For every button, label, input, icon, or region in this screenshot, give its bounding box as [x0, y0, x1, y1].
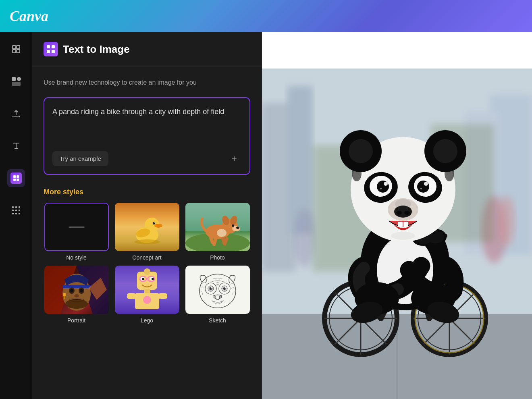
svg-rect-7 — [13, 175, 16, 178]
svg-point-38 — [236, 227, 239, 229]
svg-point-26 — [154, 224, 162, 228]
svg-rect-15 — [15, 210, 17, 211]
svg-rect-1 — [17, 46, 20, 49]
style-thumbnail-lego — [115, 266, 179, 314]
style-item-sketch[interactable]: Sketch — [185, 266, 250, 324]
panel-header: Text to Image — [32, 32, 262, 66]
panel-title: Text to Image — [63, 43, 130, 56]
svg-point-147 — [380, 188, 382, 189]
svg-rect-9 — [13, 179, 16, 181]
svg-point-152 — [396, 211, 402, 215]
svg-rect-6 — [12, 82, 21, 86]
style-thumbnail-no-style — [44, 203, 109, 251]
svg-rect-0 — [12, 46, 16, 49]
try-example-button[interactable]: Try an example — [52, 151, 108, 166]
svg-point-59 — [144, 268, 150, 275]
svg-point-53 — [80, 289, 83, 292]
svg-rect-17 — [12, 213, 14, 214]
generated-image — [262, 69, 532, 399]
svg-point-39 — [232, 224, 234, 227]
svg-point-153 — [404, 211, 410, 215]
sidebar-item-text[interactable] — [7, 137, 25, 155]
style-thumbnail-sketch — [185, 266, 250, 314]
ai-tool-icon — [10, 172, 22, 184]
sidebar-item-apps[interactable] — [7, 202, 25, 219]
main-layout: Text to Image Use brand new technology t… — [0, 32, 532, 399]
sidebar-item-uploads[interactable] — [7, 105, 25, 123]
style-item-concept-art[interactable]: Concept art — [114, 203, 180, 261]
svg-rect-18 — [15, 213, 17, 214]
style-thumbnail-concept-art — [115, 203, 179, 251]
svg-rect-22 — [47, 50, 50, 53]
svg-point-56 — [63, 293, 66, 296]
style-item-photo[interactable]: Photo — [185, 203, 250, 261]
canvas-area — [262, 32, 532, 399]
svg-point-138 — [433, 139, 457, 163]
svg-point-27 — [153, 222, 155, 224]
svg-rect-20 — [47, 45, 50, 48]
svg-rect-71 — [158, 293, 167, 299]
svg-point-30 — [134, 239, 160, 244]
svg-point-63 — [152, 278, 154, 280]
panel-description: Use brand new technology to create an im… — [44, 78, 250, 87]
svg-rect-14 — [12, 210, 14, 211]
svg-rect-2 — [12, 50, 16, 53]
style-label-lego: Lego — [141, 317, 153, 324]
svg-point-91 — [498, 196, 515, 247]
svg-point-81 — [211, 287, 212, 289]
add-prompt-button[interactable]: + — [227, 152, 241, 166]
svg-point-52 — [70, 289, 73, 292]
svg-rect-67 — [144, 289, 150, 293]
sidebar-item-layout[interactable] — [7, 40, 25, 58]
sidebar-item-ai[interactable] — [7, 169, 25, 187]
icon-sidebar — [0, 32, 32, 399]
svg-rect-12 — [15, 206, 17, 208]
svg-point-84 — [219, 296, 222, 298]
svg-rect-21 — [52, 45, 55, 48]
svg-point-158 — [445, 165, 454, 181]
style-thumbnail-photo — [185, 203, 250, 251]
style-thumbnail-portrait — [44, 266, 109, 314]
app-header: Canva — [0, 0, 532, 32]
more-styles-title: More styles — [44, 188, 250, 196]
svg-rect-57 — [64, 296, 65, 299]
style-item-no-style[interactable]: No style — [44, 203, 109, 261]
svg-point-156 — [391, 232, 415, 240]
panel-sidebar: Text to Image Use brand new technology t… — [32, 32, 262, 399]
svg-rect-154 — [398, 222, 403, 227]
svg-point-55 — [65, 299, 88, 309]
svg-rect-49 — [62, 285, 91, 288]
svg-point-83 — [214, 296, 216, 298]
svg-point-145 — [384, 182, 388, 186]
canva-logo: Canva — [10, 8, 48, 25]
svg-rect-70 — [127, 293, 136, 299]
svg-rect-23 — [52, 50, 55, 53]
svg-point-157 — [352, 165, 362, 181]
svg-rect-11 — [12, 206, 14, 208]
style-label-sketch: Sketch — [209, 317, 226, 324]
svg-rect-19 — [19, 213, 20, 214]
svg-rect-3 — [17, 50, 20, 53]
svg-rect-4 — [12, 77, 16, 81]
style-label-portrait: Portrait — [67, 317, 85, 324]
svg-point-54 — [74, 294, 79, 297]
panel-content: Use brand new technology to create an im… — [32, 66, 262, 399]
style-item-lego[interactable]: Lego — [114, 266, 180, 324]
svg-point-137 — [349, 139, 373, 163]
svg-point-82 — [224, 287, 226, 289]
prompt-text: A panda riding a bike through a city wit… — [52, 106, 241, 138]
svg-point-28 — [154, 222, 155, 223]
svg-point-148 — [420, 188, 422, 189]
svg-rect-10 — [17, 179, 19, 181]
style-label-concept-art: Concept art — [132, 254, 161, 261]
more-styles-section: More styles No style — [44, 188, 250, 324]
sidebar-item-elements[interactable] — [7, 73, 25, 90]
svg-point-44 — [217, 229, 227, 237]
style-label-no-style: No style — [66, 254, 87, 261]
prompt-footer: Try an example + — [52, 151, 241, 166]
svg-point-62 — [142, 278, 144, 280]
styles-grid: No style — [44, 203, 250, 324]
svg-rect-8 — [17, 175, 19, 178]
style-item-portrait[interactable]: Portrait — [44, 266, 109, 324]
prompt-container[interactable]: A panda riding a bike through a city wit… — [44, 97, 250, 175]
